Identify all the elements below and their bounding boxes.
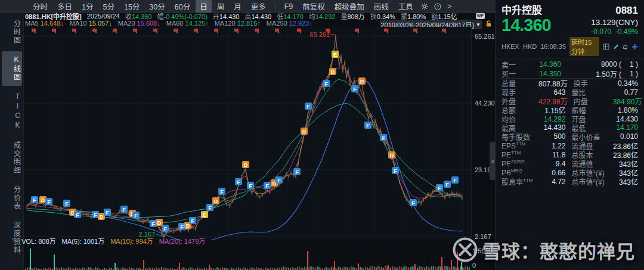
market-status-row: HKEX HKD 16:08:35 延时15分钟 <box>496 36 644 58</box>
sidebar-item-分价表[interactable]: 分价表 <box>2 181 22 215</box>
report-flag-icon[interactable] <box>133 29 137 33</box>
bidask-row-卖一: 卖一14.3608000 (1 ) <box>501 60 638 69</box>
event-marker-E[interactable]: E <box>201 211 208 218</box>
event-marker-F[interactable]: F <box>104 209 111 216</box>
event-marker-F[interactable]: F <box>392 167 399 174</box>
event-marker-F[interactable]: F <box>264 182 271 189</box>
tool-前复权[interactable]: 前复权 <box>298 0 329 13</box>
wp-badge-icon[interactable]: WP <box>476 13 485 19</box>
sidebar-item-分时图[interactable]: 分时图 <box>2 15 22 49</box>
quote-label: PE2025E <box>501 159 538 168</box>
event-marker-F[interactable]: F <box>206 204 213 211</box>
event-marker-F[interactable]: F <box>323 80 330 87</box>
event-marker-D[interactable]: D <box>329 68 336 75</box>
period-tab-5分[interactable]: 5分 <box>98 0 118 13</box>
report-flag-icon[interactable] <box>413 29 417 33</box>
event-marker-F[interactable]: F <box>364 122 371 129</box>
svg-text:F: F <box>265 183 269 189</box>
svg-text:F: F <box>438 185 441 191</box>
event-marker-F[interactable]: F <box>436 184 443 191</box>
event-marker-F[interactable]: F <box>120 206 128 213</box>
help-icon[interactable]: ? <box>434 3 441 10</box>
svg-text:D: D <box>360 79 364 85</box>
volume-help-icon[interactable]: ? <box>12 237 16 244</box>
event-marker-F[interactable]: F <box>235 178 242 185</box>
event-marker-F[interactable]: F <box>31 196 38 203</box>
report-flag-icon[interactable] <box>355 29 359 33</box>
add-to-watchlist-icon[interactable] <box>631 44 638 50</box>
svg-text:F: F <box>106 210 109 216</box>
kline-chart-canvas[interactable]: 65.2612.167FDFFDFFDFFDFFDFFDFEFDFFDFFDFF… <box>24 27 471 240</box>
event-marker-F[interactable]: F <box>74 211 81 218</box>
event-marker-E[interactable]: E <box>332 51 339 58</box>
period-tab-更多[interactable]: 更多 <box>247 0 270 13</box>
report-flag-icon[interactable] <box>174 29 178 33</box>
event-marker-F[interactable]: F <box>410 199 417 206</box>
report-flag-icon[interactable] <box>153 29 157 33</box>
report-flag-icon[interactable] <box>72 29 76 33</box>
report-flag-icon[interactable] <box>442 29 446 33</box>
tool-工具[interactable]: 工具 <box>394 0 417 13</box>
event-marker-D[interactable]: D <box>242 161 249 168</box>
sidebar-item-K线图[interactable]: K线图 <box>2 51 22 86</box>
event-marker-F[interactable]: F <box>351 85 358 92</box>
event-marker-D[interactable]: D <box>301 128 308 135</box>
event-marker-F[interactable]: F <box>132 212 140 219</box>
event-marker-F[interactable]: F <box>63 200 70 207</box>
event-marker-D[interactable]: D <box>388 151 395 159</box>
event-marker-D[interactable]: D <box>212 197 219 204</box>
chevron-right-icon[interactable]: > <box>447 2 451 11</box>
tool-F9[interactable]: F9 <box>280 2 298 11</box>
period-tab-日[interactable]: 日 <box>196 0 212 13</box>
svg-text:65.261: 65.261 <box>309 31 330 38</box>
svg-text:?: ? <box>436 4 439 9</box>
report-flag-icon[interactable] <box>234 29 239 33</box>
event-marker-F[interactable]: F <box>247 182 254 189</box>
quote-row-PE: PETTM11.8总股本23.86亿 <box>501 150 638 159</box>
event-marker-D[interactable]: D <box>358 77 366 85</box>
period-tab-15分[interactable]: 15分 <box>120 0 144 13</box>
period-tab-月[interactable]: 月 <box>230 0 246 13</box>
svg-text:D: D <box>244 162 248 168</box>
alert-bell-icon[interactable] <box>622 44 628 50</box>
report-flag-icon[interactable] <box>384 29 388 33</box>
period-tab-分时[interactable]: 分时 <box>29 0 52 13</box>
svg-text:F: F <box>306 104 310 110</box>
volume-chart-canvas[interactable] <box>24 244 471 270</box>
event-marker-F[interactable]: F <box>162 225 169 232</box>
quote-row-EPS: EPSTTM1.22流通盘23.86亿 <box>501 141 638 150</box>
report-flag-icon[interactable] <box>194 29 198 33</box>
report-flag-icon[interactable] <box>275 29 279 33</box>
report-flag-icon[interactable] <box>113 29 117 33</box>
sidebar-item-TICK[interactable]: TICK <box>2 88 22 135</box>
left-tab-sidebar: 分时图K线图TICK成交明细分价表深度资料 <box>0 13 24 270</box>
event-marker-D[interactable]: D <box>156 219 163 226</box>
period-tab-周[interactable]: 周 <box>213 0 229 13</box>
event-marker-F[interactable]: F <box>189 217 196 224</box>
report-flag-icon[interactable] <box>92 29 97 33</box>
report-flag-icon[interactable] <box>32 29 36 33</box>
report-flag-icon[interactable] <box>297 29 301 33</box>
report-flag-icon[interactable] <box>255 29 259 33</box>
event-marker-F[interactable]: F <box>275 176 283 184</box>
quote-value: 1.15亿 <box>538 105 566 115</box>
panel-grid-icon[interactable] <box>603 44 609 50</box>
event-marker-F[interactable]: F <box>218 188 225 195</box>
pencil-edit-icon[interactable] <box>612 44 619 50</box>
period-tab-多日[interactable]: 多日 <box>53 0 76 13</box>
tool-超级叠加[interactable]: 超级叠加 <box>330 0 369 13</box>
period-tab-30分[interactable]: 30分 <box>145 0 169 13</box>
svg-text:F: F <box>180 224 184 230</box>
gear-icon[interactable] <box>421 3 428 10</box>
event-marker-F[interactable]: F <box>444 181 451 188</box>
sidebar-item-成交明细[interactable]: 成交明细 <box>2 137 22 179</box>
tool-画线[interactable]: 画线 <box>370 0 393 13</box>
event-marker-F[interactable]: F <box>45 198 52 205</box>
event-marker-F[interactable]: F <box>451 176 459 184</box>
period-tab-1分[interactable]: 1分 <box>78 0 97 13</box>
event-marker-F[interactable]: F <box>380 134 387 141</box>
event-marker-F[interactable]: F <box>305 103 312 110</box>
event-marker-F[interactable]: F <box>293 168 301 175</box>
report-flag-icon[interactable] <box>214 29 218 33</box>
period-tab-60分[interactable]: 60分 <box>171 0 194 13</box>
